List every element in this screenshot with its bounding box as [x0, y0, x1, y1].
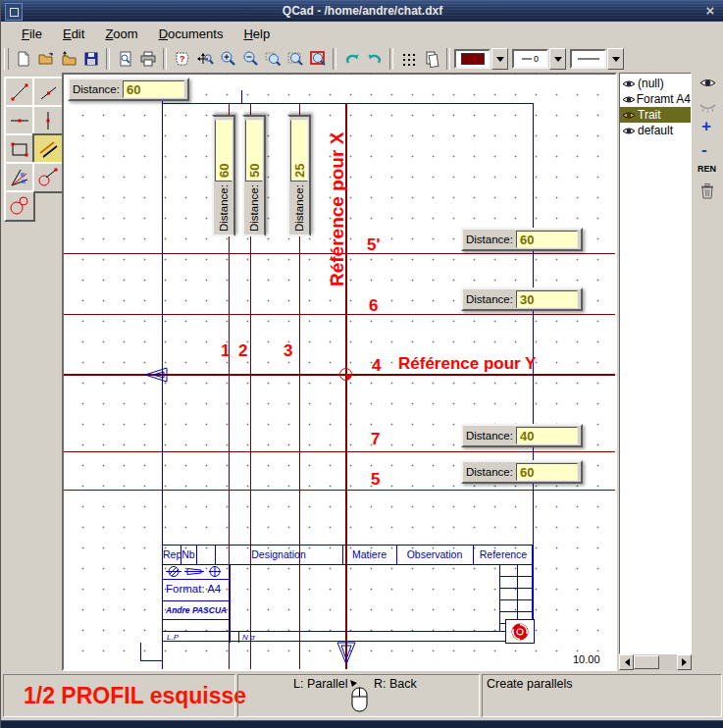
point-label-1: 1	[221, 341, 230, 361]
tool-circle-tangent[interactable]	[32, 162, 64, 193]
menu-edit[interactable]: Edit	[63, 26, 84, 41]
distance-input[interactable]	[245, 120, 263, 182]
layer-row-trait[interactable]: Trait	[620, 107, 691, 123]
parallel-icon	[37, 138, 59, 160]
title-bar[interactable]: QCad - /home/andre/chat.dxf ×	[1, 0, 723, 22]
scroll-left-button[interactable]	[619, 654, 634, 670]
chevron-down-icon[interactable]	[549, 48, 566, 70]
zoom-out-button[interactable]	[238, 47, 261, 71]
tool-rectangle[interactable]	[4, 133, 35, 165]
layer-row-null[interactable]: (null)	[620, 76, 691, 91]
linestyle-dropdown[interactable]	[570, 48, 624, 70]
zoom-previous-icon	[309, 50, 327, 68]
titleblock-author: Andre PASCUAL	[166, 605, 227, 615]
distance-label: Distance:	[466, 234, 513, 245]
main-toolbar: ? 0	[1, 45, 723, 74]
tool-line-horizontal[interactable]	[4, 105, 35, 136]
undo-button[interactable]	[340, 47, 363, 71]
print-icon	[139, 50, 157, 68]
pan-zoom-button[interactable]	[193, 47, 216, 71]
remove-layer-button[interactable]: -	[701, 143, 707, 157]
distance-input[interactable]	[516, 290, 578, 308]
snap-point-marker	[339, 368, 352, 381]
print-preview-button[interactable]	[114, 47, 136, 71]
menu-zoom[interactable]: Zoom	[105, 26, 137, 41]
width-sample-icon	[522, 57, 532, 61]
clipboard-button[interactable]	[420, 47, 442, 71]
zoom-in-button[interactable]	[216, 47, 238, 71]
tool-line-two-points[interactable]	[4, 77, 35, 108]
menu-file[interactable]: File	[22, 26, 42, 41]
down-arrow-marker	[336, 641, 357, 666]
menu-help[interactable]: Help	[243, 26, 270, 41]
zoom-auto-icon	[286, 50, 304, 68]
redraw-button[interactable]: ?	[171, 47, 193, 71]
circles-icon	[9, 195, 30, 217]
redo-button[interactable]	[363, 47, 386, 71]
distance-box-right-3: Distance:	[461, 424, 583, 447]
print-button[interactable]	[136, 47, 159, 71]
corner-mark-vertical	[140, 643, 141, 661]
trash-icon	[699, 182, 715, 200]
distance-input[interactable]	[290, 120, 308, 182]
menu-documents[interactable]: Documents	[159, 26, 224, 41]
color-dropdown[interactable]	[454, 48, 508, 70]
width-dropdown[interactable]: 0	[512, 48, 566, 70]
reference-x-label: Référence pour X	[327, 108, 350, 286]
chevron-down-icon[interactable]	[491, 48, 508, 70]
scrollbar-thumb[interactable]	[634, 655, 659, 669]
layer-list-scrollbar[interactable]	[619, 654, 692, 670]
mouse-hint-panel: L: Parallel R: Back	[237, 674, 480, 717]
layer-row-format[interactable]: Foramt A4	[620, 91, 691, 107]
close-button[interactable]: ×	[700, 0, 720, 22]
distance-input[interactable]	[215, 120, 232, 182]
tool-circles[interactable]	[4, 190, 35, 222]
eye-icon[interactable]	[622, 78, 636, 89]
chevron-down-icon[interactable]	[607, 48, 624, 70]
tool-line-vertical[interactable]	[32, 105, 64, 136]
layer-name: default	[638, 124, 673, 137]
layer-row-default[interactable]: default	[620, 123, 691, 138]
distance-input[interactable]	[516, 463, 578, 481]
new-file-icon	[15, 50, 32, 68]
grid-toggle-button[interactable]	[397, 47, 420, 71]
distance-input[interactable]	[516, 427, 578, 444]
save-file-button[interactable]	[79, 47, 102, 71]
circle-tangent-icon	[37, 167, 59, 188]
add-layer-button[interactable]: +	[701, 120, 711, 133]
tool-palette	[1, 73, 62, 671]
delete-layer-button[interactable]	[699, 182, 715, 200]
distance-box-vertical-2: Distance:	[242, 115, 266, 236]
rename-layer-button[interactable]: REN	[697, 164, 716, 174]
eye-icon[interactable]	[622, 94, 635, 105]
window-menu-icon[interactable]	[5, 3, 23, 21]
distance-input[interactable]	[516, 231, 578, 248]
layer-hide-button[interactable]	[699, 100, 716, 113]
open-directory-icon	[60, 50, 77, 68]
toolbar-handle[interactable]	[4, 48, 9, 70]
distance-input[interactable]	[123, 80, 184, 98]
zoom-window-button[interactable]	[261, 47, 284, 71]
drawing-canvas[interactable]: Référence pour X 1 2 3 5' 6 4 Référence …	[62, 73, 617, 671]
title-block: Rep Nb Designation Matiere Observation R…	[162, 545, 533, 642]
eye-icon[interactable]	[622, 126, 636, 136]
mouse-left-hint: L: Parallel	[293, 677, 348, 691]
window-bottom-border	[1, 720, 723, 728]
open-file-button[interactable]	[34, 47, 57, 71]
zoom-previous-button[interactable]	[306, 47, 329, 71]
scroll-right-button[interactable]	[677, 654, 692, 670]
open-directory-button[interactable]	[57, 47, 79, 71]
layer-show-button[interactable]	[699, 77, 716, 89]
tool-parallel[interactable]	[32, 133, 64, 165]
grid-icon	[400, 50, 418, 68]
current-color-swatch	[461, 53, 485, 65]
tool-line-angle[interactable]	[32, 77, 64, 108]
eye-icon[interactable]	[622, 110, 636, 121]
new-file-button[interactable]	[12, 47, 34, 71]
layer-list[interactable]: (null) Foramt A4 Trait default	[619, 73, 692, 654]
titleblock-header-observation: Observation	[396, 548, 473, 560]
tool-bisector[interactable]	[4, 162, 35, 193]
zoom-auto-button[interactable]	[284, 47, 306, 71]
toolbar-separator	[106, 48, 110, 70]
rectangle-icon	[9, 138, 30, 160]
